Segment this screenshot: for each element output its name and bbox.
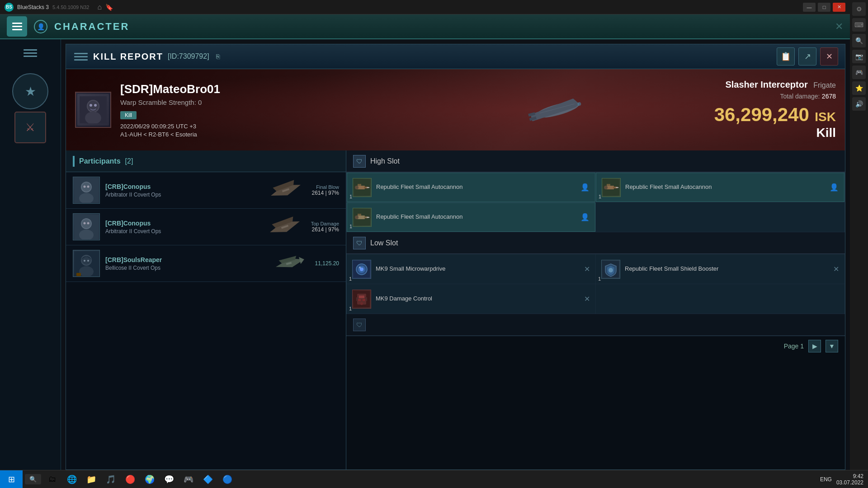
- taskbar-app-4[interactable]: 🎵: [102, 470, 120, 488]
- player-avatar: [75, 92, 111, 128]
- low-slot-header: 🛡 Low Slot: [346, 232, 845, 254]
- slot-item[interactable]: 1: [347, 202, 595, 232]
- window-controls: — □ ✕: [803, 3, 845, 12]
- taskbar-app-3[interactable]: 📁: [82, 470, 100, 488]
- eve-topbar: 👤 CHARACTER ✕: [0, 14, 850, 39]
- participant-1-avatar: [73, 177, 100, 204]
- person-icon-3: 👤: [580, 213, 590, 221]
- taskbar-app-8[interactable]: 🎮: [179, 470, 198, 488]
- kr-close-button[interactable]: ✕: [820, 47, 838, 66]
- high-slot-icon: 🛡: [353, 155, 366, 168]
- eve-main: KILL REPORT [ID:7309792] ⎘ 📋 ↗ ✕: [61, 39, 850, 470]
- bs-sidebar-icon-5[interactable]: 🎮: [852, 66, 866, 79]
- kr-line-3: [74, 59, 88, 61]
- taskbar-app-10[interactable]: 🔵: [218, 470, 236, 488]
- clipboard-button[interactable]: 📋: [777, 47, 795, 66]
- participant-item[interactable]: [CRB]Conopus Arbitrator II Covert Ops: [66, 172, 346, 209]
- slot-item[interactable]: 1: [347, 254, 595, 284]
- svg-rect-71: [363, 299, 365, 301]
- character-icon: 👤: [34, 20, 47, 33]
- bs-sidebar-icon-3[interactable]: 🔍: [852, 34, 866, 47]
- slot-item[interactable]: 1: [596, 173, 844, 202]
- taskbar-app-7[interactable]: 💬: [160, 470, 178, 488]
- kill-report-header: KILL REPORT [ID:7309792] ⎘ 📋 ↗ ✕: [66, 44, 845, 69]
- participants-header: Participants [2]: [66, 150, 346, 172]
- next-page-button[interactable]: ▶: [808, 340, 821, 352]
- bs-sidebar-icon-1[interactable]: ⚙: [852, 2, 866, 16]
- sword-button[interactable]: ⚔: [14, 112, 46, 143]
- slots-footer: Page 1 ▶ ▼: [346, 336, 845, 356]
- participant-item[interactable]: [CRB]Conopus Arbitrator II Covert Ops: [66, 209, 346, 245]
- share-button[interactable]: ↗: [798, 47, 816, 66]
- bs-sidebar-icon-4[interactable]: 📷: [852, 50, 866, 63]
- sidebar-menu-button[interactable]: [14, 44, 46, 62]
- slot-name-autocannon-2: Republic Fleet Small Autocannon: [625, 183, 825, 191]
- participant-1-stat-label: Final Blow: [311, 184, 339, 190]
- slot-icon-autocannon-2: [602, 178, 621, 197]
- participant-item[interactable]: [CRB]SoulsReaper Bellicose II Covert Ops: [66, 245, 346, 282]
- taskbar-app-1[interactable]: 🗂: [43, 470, 61, 488]
- bs-sidebar-icon-2[interactable]: ⌨: [852, 18, 866, 32]
- maximize-button[interactable]: □: [818, 3, 830, 12]
- ship-type: Frigate: [813, 81, 836, 89]
- participants-label: Participants: [79, 157, 121, 165]
- taskbar-app-9[interactable]: 🔷: [199, 470, 217, 488]
- slots-panel: 🛡 High Slot 1: [346, 150, 845, 469]
- search-icon: 🔍: [29, 476, 37, 483]
- slot-count-1: 1: [349, 194, 352, 199]
- kr-menu-button[interactable]: [73, 49, 89, 65]
- slot-item[interactable]: 1 Republic: [596, 254, 844, 284]
- taskbar-app-5[interactable]: 🔴: [121, 470, 139, 488]
- topbar-close[interactable]: ✕: [835, 21, 843, 33]
- participant-3-info: [CRB]SoulsReaper Bellicose II Covert Ops: [105, 256, 264, 271]
- slot-icon-autocannon-3: [353, 208, 372, 227]
- bookmark-icon[interactable]: 🔖: [105, 4, 113, 11]
- slot-icon-microwarpdrive: [352, 260, 371, 279]
- kill-timestamp: 2022/06/29 00:09:25 UTC +3: [120, 123, 406, 130]
- copy-icon[interactable]: ⎘: [216, 53, 220, 60]
- svg-rect-73: [356, 297, 358, 301]
- kr-hamburger: [74, 53, 88, 61]
- participant-1-ship: Arbitrator II Covert Ops: [105, 192, 260, 198]
- svg-point-15: [82, 183, 91, 192]
- bs-sidebar-icon-7[interactable]: 🔊: [852, 97, 866, 111]
- slot-count-2: 1: [599, 194, 601, 199]
- remove-shield-booster[interactable]: ✕: [833, 265, 839, 273]
- svg-marker-41: [299, 256, 305, 264]
- participant-2-ship-img: [265, 215, 306, 239]
- close-button[interactable]: ✕: [833, 3, 845, 12]
- minimize-button[interactable]: —: [803, 3, 816, 12]
- participant-3-name: [CRB]SoulsReaper: [105, 256, 264, 263]
- bs-sidebar-icon-6[interactable]: ⭐: [852, 81, 866, 95]
- slot-icon-damage-control: [352, 290, 371, 309]
- svg-point-72: [360, 302, 363, 305]
- svg-point-66: [609, 268, 613, 272]
- filter-button[interactable]: ▼: [826, 340, 838, 352]
- sidebar-hamburger: [24, 49, 37, 57]
- warp-scramble: Warp Scramble Strength: 0: [120, 99, 406, 106]
- participant-2-ship: Arbitrator II Covert Ops: [105, 228, 259, 235]
- game-area: 👤 CHARACTER ✕ ★ ⚔: [0, 14, 850, 470]
- slot-icon-autocannon-1: [353, 178, 372, 197]
- slot-item[interactable]: 1: [347, 173, 595, 202]
- slot-item[interactable]: 1: [347, 284, 595, 314]
- topbar-title: CHARACTER: [54, 21, 129, 33]
- participants-panel: Participants [2]: [66, 150, 346, 469]
- eve-menu-button[interactable]: [7, 16, 27, 37]
- bluestacks-titlebar: BS BlueStacks 3 5.4.50.1009 N32 ⌂ 🔖 — □ …: [0, 0, 850, 14]
- remove-microwarpdrive[interactable]: ✕: [584, 265, 590, 273]
- taskbar-app-2[interactable]: 🌐: [63, 470, 81, 488]
- home-icon[interactable]: ⌂: [97, 3, 102, 11]
- start-button[interactable]: ⊞: [0, 470, 23, 488]
- high-slot-grid: 1: [346, 172, 845, 232]
- svg-point-26: [83, 222, 85, 224]
- taskbar-app-6[interactable]: 🌍: [141, 470, 159, 488]
- slot-count-3: 1: [349, 224, 352, 229]
- taskbar-search[interactable]: 🔍: [25, 474, 41, 484]
- star-button[interactable]: ★: [12, 73, 48, 109]
- slot-name-damage-control: MK9 Damage Control: [376, 295, 580, 303]
- player-name: [SDR]MateoBro01: [120, 82, 406, 96]
- svg-point-52: [604, 186, 608, 189]
- svg-rect-37: [76, 273, 81, 276]
- remove-damage-control[interactable]: ✕: [584, 295, 590, 303]
